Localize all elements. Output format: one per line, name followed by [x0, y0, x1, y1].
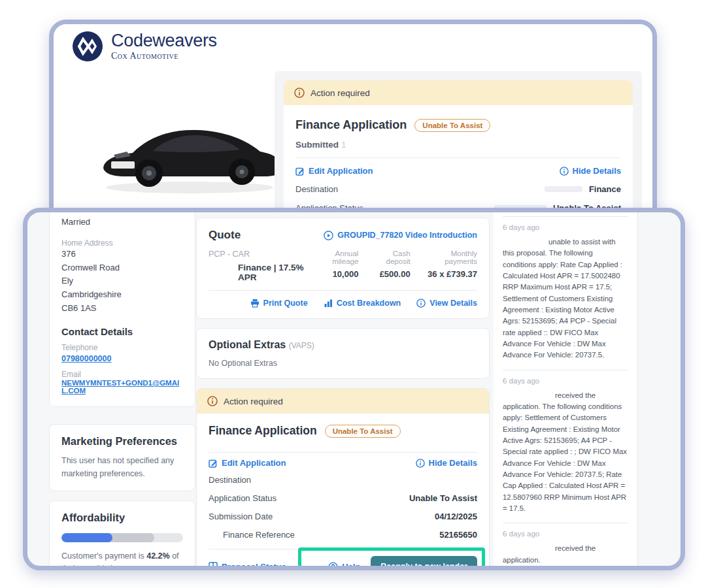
divider: [209, 549, 477, 549]
vehicle-image: [92, 96, 288, 204]
activity-text: received the application. The following …: [503, 390, 628, 515]
brand-logo: Codeweavers Cox Automotive: [72, 31, 217, 62]
info-circle-icon: [416, 459, 425, 468]
submitted-suffix: 1: [341, 140, 346, 150]
contact-details-heading: Contact Details: [61, 326, 183, 337]
application-status-value: Unable To Assist: [409, 493, 477, 503]
finance-reference-label: Finance Reference: [209, 530, 295, 540]
brand-name: Codeweavers: [111, 31, 217, 51]
application-status-label: Application Status: [209, 493, 277, 503]
email-label: Email: [61, 370, 183, 379]
pencil-icon: [209, 459, 218, 468]
affordability-heading: Affordability: [61, 512, 183, 524]
activity-text: received the application.: [503, 543, 628, 566]
activity-text: unable to assist with this proposal. The…: [503, 237, 628, 361]
home-address-label: Home Address: [61, 238, 183, 248]
activity-log-panel[interactable]: 6 days ago unable to assist with this pr…: [494, 212, 638, 566]
affordability-progress-bar: [61, 533, 183, 542]
activity-timestamp: 6 days ago: [503, 530, 628, 538]
status-badge: Unable To Assist: [325, 425, 401, 438]
action-required-banner: Action required: [197, 389, 489, 414]
submission-date-value: 04/12/2025: [435, 512, 477, 521]
metric-annual-mileage: Annual mileage 10,000: [312, 250, 358, 282]
action-required-text: Action required: [224, 397, 283, 406]
submission-date-label: Submission Date: [209, 512, 273, 521]
hide-details-link[interactable]: Hide Details: [560, 166, 621, 176]
telephone-label: Telephone: [61, 343, 183, 352]
divider: [209, 452, 477, 453]
info-icon: [294, 88, 305, 98]
customer-details-card: Married Home Address 376 Cromwell Road E…: [49, 208, 195, 407]
optional-extras-card: Optional Extras (VAPS) No Optional Extra…: [196, 328, 490, 379]
status-badge: Unable To Assist: [414, 119, 490, 132]
quote-finance-line: Finance | 17.5% APR: [238, 263, 312, 282]
marital-status: Married: [61, 216, 183, 229]
bar-chart-icon: [324, 299, 333, 308]
info-icon: [207, 396, 218, 406]
marketing-preferences-card: Marketing Preferences This user has not …: [49, 424, 195, 491]
brand-subtitle: Cox Automotive: [111, 51, 217, 61]
finance-reference-value: 52165650: [439, 530, 477, 540]
finance-application-title: Finance Application: [295, 118, 407, 132]
activity-entry: 6 days ago received the application. The…: [503, 370, 628, 523]
quote-product: PCP - CAR: [209, 250, 312, 259]
metric-cash-deposit: Cash deposit £500.00: [371, 250, 410, 282]
metric-monthly-payments: Monthly payments 36 x £739.37: [424, 250, 477, 282]
play-circle-icon: [324, 231, 333, 240]
printer-icon: [250, 299, 260, 308]
divider: [295, 157, 621, 158]
affordability-card: Affordability Customer's payment is 42.2…: [49, 500, 195, 570]
optional-extras-sub: (VAPS): [289, 341, 314, 350]
quote-card: Quote GROUPID_77820 Video Introduction P…: [196, 218, 490, 319]
info-circle-icon: [560, 167, 569, 176]
print-quote-link[interactable]: Print Quote: [250, 299, 308, 308]
proposal-status-link[interactable]: Proposal Status: [209, 562, 286, 571]
address-line: CB6 1AS: [61, 302, 183, 316]
action-required-banner: Action required: [284, 80, 633, 105]
redacted-submitted-line: [209, 438, 477, 447]
edit-application-link[interactable]: Edit Application: [295, 166, 373, 176]
divider: [209, 290, 477, 291]
activity-entry: 6 days ago unable to assist with this pr…: [503, 216, 628, 370]
optional-extras-heading: Optional Extras: [209, 339, 286, 350]
activity-entry: 6 days ago received the application.: [503, 523, 628, 566]
cost-breakdown-link[interactable]: Cost Breakdown: [324, 299, 401, 308]
marketing-heading: Marketing Preferences: [61, 435, 183, 448]
codeweavers-logo-icon: [72, 31, 103, 62]
action-required-text: Action required: [311, 88, 370, 98]
window-bottom: Married Home Address 376 Cromwell Road E…: [23, 208, 685, 570]
no-optional-extras-text: No Optional Extras: [209, 359, 477, 368]
help-link[interactable]: Help: [328, 562, 360, 571]
submitted-label: Submitted: [295, 140, 339, 150]
info-circle-icon: [416, 299, 426, 308]
affordability-summary: Customer's payment is 42.2% of their mon…: [61, 550, 183, 570]
hide-details-link[interactable]: Hide Details: [416, 458, 477, 468]
help-icon: [328, 562, 338, 571]
reapply-to-new-lender-button[interactable]: Reapply to new lender: [371, 556, 477, 570]
finance-application-card: Action required Finance Application Unab…: [196, 388, 490, 570]
marketing-text: This user has not specified any marketin…: [61, 454, 183, 480]
main-column: Quote GROUPID_77820 Video Introduction P…: [196, 212, 490, 570]
telephone-link[interactable]: 07980000000: [61, 354, 111, 363]
kanban-icon: [209, 562, 218, 570]
address-line: Cambridgeshire: [61, 288, 183, 302]
address-line: Cromwell Road: [61, 261, 183, 275]
view-details-link[interactable]: View Details: [416, 299, 477, 308]
customer-sidebar: Married Home Address 376 Cromwell Road E…: [49, 212, 195, 570]
edit-application-link[interactable]: Edit Application: [209, 458, 286, 468]
video-introduction-link[interactable]: GROUPID_77820 Video Introduction: [324, 231, 477, 240]
address-line: Ely: [61, 274, 183, 288]
destination-value: Finance: [589, 184, 621, 194]
payment-bar-segment: [61, 533, 112, 542]
address-line: 376: [61, 248, 183, 261]
redacted-text: [545, 186, 582, 192]
activity-timestamp: 6 days ago: [503, 223, 628, 231]
email-link[interactable]: NEWMYMNTEST+GOND1@GMAIL.COM: [61, 379, 183, 395]
activity-timestamp: 6 days ago: [503, 377, 628, 385]
quote-heading: Quote: [209, 229, 241, 242]
pencil-icon: [295, 167, 305, 176]
destination-label: Destination: [295, 184, 338, 194]
finance-application-title: Finance Application: [209, 424, 317, 438]
destination-label: Destination: [209, 475, 251, 485]
